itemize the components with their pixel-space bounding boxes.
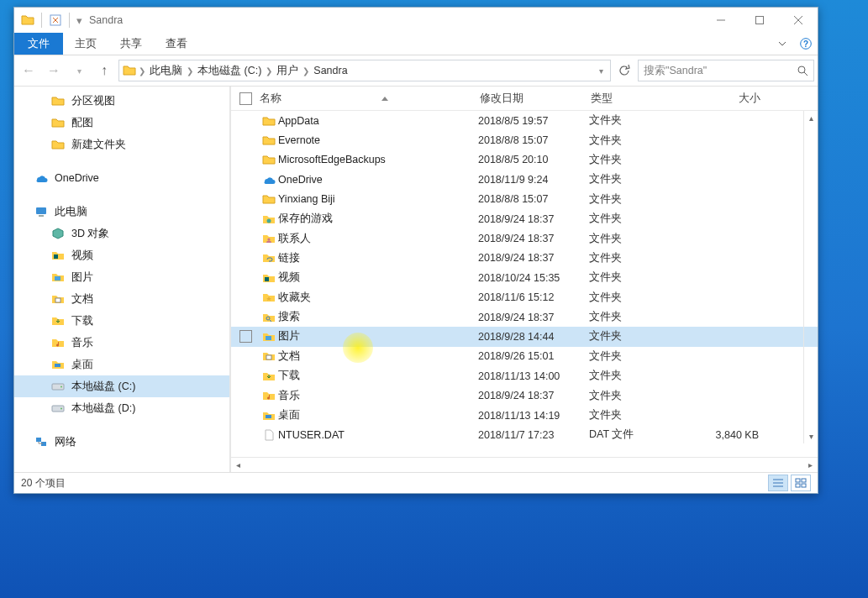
file-row[interactable]: Evernote2018/8/8 15:07文件夹 — [231, 130, 818, 150]
maximize-button[interactable] — [740, 8, 779, 33]
svg-rect-24 — [796, 479, 800, 482]
search-icon[interactable] — [797, 66, 808, 76]
nav-back-button[interactable]: ← — [18, 60, 39, 81]
crumb[interactable]: 此电脑 — [148, 64, 184, 78]
select-all-checkbox[interactable] — [239, 92, 252, 105]
file-type: 文件夹 — [589, 329, 692, 344]
file-row[interactable]: AppData2018/8/5 19:57文件夹 — [231, 111, 818, 130]
address-dropdown-icon[interactable]: ▾ — [596, 66, 607, 76]
file-row[interactable]: 桌面2018/11/13 14:19文件夹 — [231, 406, 818, 425]
chevron-right-icon[interactable]: ❯ — [263, 66, 275, 76]
refresh-button[interactable] — [614, 60, 634, 81]
chevron-right-icon[interactable]: ❯ — [184, 66, 196, 76]
column-name[interactable]: 名称 — [260, 92, 480, 106]
scroll-right-icon[interactable]: ▸ — [803, 458, 818, 472]
search-input[interactable]: 搜索"Sandra" — [638, 60, 814, 81]
file-row[interactable]: 图片2018/9/28 14:44文件夹 — [231, 327, 818, 346]
file-row[interactable]: 搜索2018/9/24 18:37文件夹 — [231, 307, 818, 327]
scroll-down-icon[interactable]: ▾ — [804, 429, 818, 443]
nav-forward-button[interactable]: → — [43, 60, 65, 81]
svg-rect-22 — [266, 355, 271, 359]
file-row[interactable]: 保存的游戏2018/9/24 18:37文件夹 — [231, 209, 818, 228]
tree-thispc-child[interactable]: 图片 — [14, 266, 229, 288]
svg-text:?: ? — [803, 39, 808, 49]
tree-thispc-child[interactable]: 本地磁盘 (C:) — [14, 375, 229, 397]
svg-rect-5 — [36, 207, 46, 214]
tab-file[interactable]: 文件 — [14, 33, 63, 55]
tab-home[interactable]: 主页 — [63, 33, 108, 55]
links-icon — [260, 251, 278, 265]
tree-onedrive[interactable]: OneDrive — [14, 167, 229, 189]
crumb[interactable]: Sandra — [312, 65, 349, 76]
tree-thispc-child[interactable]: 本地磁盘 (D:) — [14, 397, 229, 419]
nav-up-button[interactable]: ↑ — [93, 60, 115, 81]
tab-share[interactable]: 共享 — [108, 33, 154, 55]
tree-thispc-child[interactable]: 视频 — [14, 244, 229, 266]
chevron-right-icon[interactable]: ❯ — [136, 66, 148, 76]
file-type: 文件夹 — [589, 212, 692, 226]
file-row[interactable]: NTUSER.DAT2018/11/7 17:23DAT 文件3,840 KB — [231, 425, 818, 444]
folder-icon — [260, 192, 278, 206]
chevron-right-icon[interactable]: ❯ — [300, 66, 312, 76]
file-row[interactable]: 音乐2018/9/24 18:37文件夹 — [231, 386, 818, 405]
close-button[interactable] — [779, 8, 818, 33]
details-view-button[interactable] — [768, 475, 788, 491]
nav-recent-icon[interactable]: ▾ — [68, 60, 90, 81]
breadcrumb[interactable]: ❯ 此电脑 ❯ 本地磁盘 (C:) ❯ 用户 ❯ Sandra ▾ — [118, 60, 611, 81]
file-row[interactable]: 文档2018/9/26 15:01文件夹 — [231, 347, 818, 366]
svg-rect-7 — [54, 254, 58, 259]
qat-dropdown-icon[interactable]: ▾ — [76, 14, 82, 27]
tree-thispc-child[interactable]: 下载 — [14, 310, 229, 332]
minimize-button[interactable] — [702, 8, 740, 33]
horizontal-scrollbar[interactable]: ◂ ▸ — [231, 457, 818, 472]
file-name: 收藏夹 — [278, 291, 478, 305]
file-row[interactable]: 链接2018/9/24 18:37文件夹 — [231, 249, 818, 268]
column-size[interactable]: 大小 — [693, 92, 774, 106]
file-row[interactable]: OneDrive2018/11/9 9:24文件夹 — [231, 170, 818, 189]
file-row[interactable]: 下载2018/11/13 14:00文件夹 — [231, 366, 818, 386]
file-row[interactable]: 视频2018/10/24 15:35文件夹 — [231, 268, 818, 287]
file-row[interactable]: Yinxiang Biji2018/8/8 15:07文件夹 — [231, 190, 818, 209]
tree-quick-item[interactable]: 配图 — [14, 112, 229, 134]
file-name: Evernote — [278, 134, 478, 146]
disk-icon — [51, 401, 65, 415]
tab-view[interactable]: 查看 — [154, 33, 199, 55]
file-type: 文件夹 — [589, 251, 692, 265]
file-row[interactable]: 联系人2018/9/24 18:37文件夹 — [231, 228, 818, 248]
scroll-up-icon[interactable]: ▴ — [804, 111, 818, 125]
tree-thispc-child[interactable]: 桌面 — [14, 354, 229, 375]
icons-view-button[interactable] — [791, 475, 811, 491]
tree-thispc-child[interactable]: 文档 — [14, 288, 229, 310]
tree-item-label: 本地磁盘 (C:) — [71, 380, 135, 394]
tree-network[interactable]: 网络 — [14, 431, 229, 453]
file-date: 2018/11/13 14:00 — [478, 370, 589, 382]
tree-thispc-child[interactable]: 3D 对象 — [14, 223, 229, 244]
file-date: 2018/8/5 19:57 — [478, 115, 589, 127]
svg-point-17 — [267, 218, 271, 223]
scroll-left-icon[interactable]: ◂ — [231, 458, 245, 472]
crumb[interactable]: 本地磁盘 (C:) — [196, 64, 263, 78]
downloads-icon — [51, 314, 65, 328]
crumb[interactable]: 用户 — [275, 64, 300, 78]
properties-icon[interactable] — [49, 13, 62, 27]
vertical-scrollbar[interactable]: ▴ ▾ — [803, 111, 818, 443]
file-row[interactable]: MicrosoftEdgeBackups2018/8/5 20:10文件夹 — [231, 150, 818, 170]
svg-rect-25 — [802, 479, 806, 482]
tree-thispc-child[interactable]: 音乐 — [14, 332, 229, 354]
tree-quick-item[interactable]: 新建文件夹 — [14, 134, 229, 155]
column-type[interactable]: 类型 — [591, 92, 693, 106]
column-modified[interactable]: 修改日期 — [480, 92, 591, 106]
tree-thispc[interactable]: 此电脑 — [14, 201, 229, 223]
help-icon[interactable]: ? — [794, 33, 818, 55]
svg-point-4 — [798, 66, 805, 73]
ribbon-expand-icon[interactable] — [771, 33, 794, 55]
file-type: 文件夹 — [589, 153, 692, 167]
quick-access-toolbar: ▾ — [14, 13, 82, 28]
nav-tree[interactable]: 分区视图配图新建文件夹OneDrive此电脑3D 对象视频图片文档下载音乐桌面本… — [14, 87, 230, 472]
tree-item-label: OneDrive — [55, 172, 99, 184]
file-row[interactable]: 收藏夹2018/11/6 15:12文件夹 — [231, 288, 818, 307]
tree-quick-item[interactable]: 分区视图 — [14, 90, 229, 112]
row-checkbox[interactable] — [239, 330, 252, 343]
svg-point-12 — [60, 386, 62, 388]
contacts-icon — [260, 232, 278, 245]
